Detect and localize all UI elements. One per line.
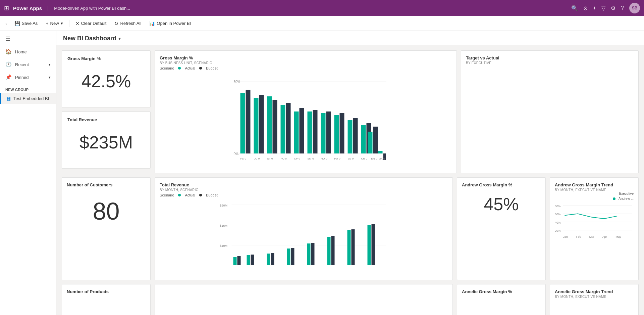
svg-text:CR-0: CR-0 [361,157,368,160]
target-vs-actual-card: Target vs Actual BY EXECUTIVE [461,50,639,173]
new-chevron-icon[interactable]: ▾ [61,21,63,26]
svg-text:CP-0: CP-0 [294,157,301,160]
svg-text:60%: 60% [555,213,561,216]
gross-margin-kpi-title: Gross Margin % [67,56,145,61]
andrew-gross-margin-title: Andrew Gross Margin % [462,182,541,187]
recent-icon[interactable]: ⊙ [583,5,588,11]
dashboard-title: New BI Dashboard [63,35,116,42]
svg-text:FS-0: FS-0 [240,157,247,160]
svg-text:$10M: $10M [220,244,228,248]
gross-margin-bu-chart: 50% 0% [160,73,452,168]
andrew-gross-margin-trend-card: Andrew Gross Margin Trend BY MONTH, EXEC… [550,177,639,280]
clear-default-button[interactable]: ✕ Clear Default [72,19,110,28]
filter-icon[interactable]: ▽ [601,5,605,11]
svg-rect-4 [240,93,245,153]
svg-rect-61 [372,224,375,265]
svg-text:ER-0: ER-0 [371,157,378,160]
svg-text:0%: 0% [234,152,239,156]
svg-rect-22 [361,125,366,153]
sidebar-item-pinned[interactable]: 📌 Pinned ▾ [0,71,56,84]
open-power-bi-label: Open in Power BI [157,21,191,26]
toolbar: ‹ 💾 Save As + New ▾ ✕ Clear Default ↻ Re… [0,16,644,31]
open-in-power-bi-button[interactable]: 📊 Open in Power BI [146,19,194,28]
back-button[interactable]: ‹ [5,21,7,26]
svg-rect-55 [311,243,315,265]
svg-rect-58 [347,230,351,265]
svg-rect-24 [368,132,373,153]
svg-text:80%: 80% [555,205,561,208]
save-as-button[interactable]: 💾 Save As [11,19,41,28]
toolbar-sep1 [69,20,69,27]
settings-icon[interactable]: ⚙ [611,5,615,11]
svg-rect-9 [273,100,277,153]
refresh-all-button[interactable]: ↻ Refresh All [111,19,145,28]
sidebar-pinned-label: Pinned [15,75,29,80]
andrew-trend-legend: Executive [555,192,634,195]
svg-rect-50 [267,254,270,265]
left-column: Gross Margin % 42.5% Total Revenue $235M [62,50,151,173]
annelie-gross-margin-card: Annelie Gross Margin % [457,284,546,315]
bottom-row-2: Number of Products Annelie Gross Margin … [62,284,639,315]
svg-rect-60 [368,225,371,265]
total-revenue-month-card: Total Revenue BY MONTH, SCENARIO Scenari… [155,177,453,280]
svg-rect-47 [237,256,241,265]
add-icon[interactable]: + [593,5,596,11]
sidebar-item-recent[interactable]: 🕐 Recent ▾ [0,58,56,71]
svg-rect-5 [246,90,251,153]
svg-text:May: May [615,235,621,238]
gross-margin-kpi-value: 42.5% [67,71,145,91]
help-icon[interactable]: ? [621,5,624,11]
avatar[interactable]: SB [629,3,640,13]
group-item-label: Test Embedded BI [13,96,49,101]
num-products-card: Number of Products [62,284,151,315]
new-button[interactable]: + New ▾ [42,19,66,28]
svg-text:MA-0: MA-0 [379,157,385,160]
group-item-icon: ▦ [6,96,11,101]
dashboard-title-chevron[interactable]: ▾ [118,36,121,41]
svg-text:$15M: $15M [220,224,228,227]
budget-legend-label: Budget [206,66,218,70]
top-bar-right: 🔍 ⊙ + ▽ ⚙ ? SB [571,3,640,13]
svg-rect-11 [286,103,291,153]
svg-rect-8 [267,96,272,153]
svg-rect-12 [294,111,299,153]
sidebar-item-test-embedded-bi[interactable]: ▦ Test Embedded BI [0,93,56,104]
andrew-legend-entry: Andrew ... [619,197,634,200]
svg-text:SE-0: SE-0 [348,157,354,160]
grid-icon[interactable]: ⊞ [4,4,9,12]
svg-rect-18 [334,115,339,153]
page-title: Model-driven App with Power BI dash... [54,6,130,11]
app-name: Power Apps [13,5,42,11]
svg-rect-57 [331,236,335,265]
budget-legend-dot2 [199,194,202,196]
open-power-bi-icon: 📊 [149,21,155,26]
sidebar-recent-label: Recent [15,62,29,67]
svg-text:Jan: Jan [563,235,568,238]
svg-rect-14 [308,111,312,153]
svg-rect-56 [327,237,331,265]
sidebar-item-home[interactable]: 🏠 Home [0,45,56,58]
gross-margin-bu-chart-card: Gross Margin % BY BUSINESS UNIT, SCENARI… [155,50,457,173]
num-customers-card: Number of Customers 80 [62,177,151,280]
pinned-chevron-icon: ▾ [49,75,51,80]
num-customers-value: 80 [67,197,146,225]
svg-rect-6 [254,98,259,153]
svg-rect-51 [271,253,274,265]
actual-legend-label: Actual [185,66,195,70]
target-vs-actual-subtitle: BY EXECUTIVE [466,61,634,65]
search-icon[interactable]: 🔍 [571,5,578,11]
refresh-label: Refresh All [120,21,141,26]
annelie-gross-margin-trend-card: Annelie Gross Margin Trend BY MONTH, EXE… [550,284,639,315]
hamburger-icon[interactable]: ☰ [0,32,56,45]
num-products-title: Number of Products [67,289,146,294]
andrew-gross-margin-value: 45% [462,194,541,214]
svg-rect-52 [287,249,290,265]
legend-scenario-label: Scenario [160,66,174,70]
top-bar: ⊞ Power Apps | Model-driven App with Pow… [0,0,644,16]
svg-rect-19 [340,113,344,153]
dashboard-title-bar: New BI Dashboard ▾ [56,31,644,45]
actual-legend-label2: Actual [185,193,195,197]
andrew-gross-margin-card: Andrew Gross Margin % 45% [457,177,546,280]
svg-rect-7 [259,95,264,153]
svg-text:LO-0: LO-0 [254,157,260,160]
